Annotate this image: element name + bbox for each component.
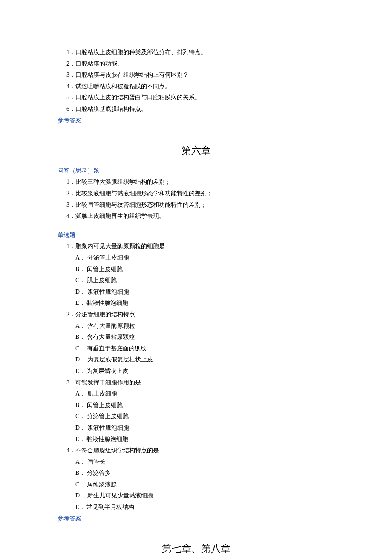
mcq-option: A． 肌上皮细胞	[58, 388, 334, 400]
document-page: 1．口腔粘膜上皮细胞的种类及部位分布、排列特点。 2．口腔粘膜的功能。 3．口腔…	[0, 0, 392, 555]
mcq-option: A． 闰管长	[58, 457, 334, 468]
mcq-option: B． 闰管上皮细胞	[58, 400, 334, 411]
mcq-option: B． 分泌管多	[58, 468, 334, 479]
mcq-option: B． 闰管上皮细胞	[58, 264, 334, 275]
mcq-question-3: 3．可能发挥干细胞作用的是 A． 肌上皮细胞 B． 闰管上皮细胞 C． 分泌管上…	[58, 377, 334, 445]
mcq-option: D． 浆液性腺泡细胞	[58, 286, 334, 298]
mcq-question-1: 1．胞浆内可见大量酶原颗粒的细胞是 A． 分泌管上皮细胞 B． 闰管上皮细胞 C…	[58, 241, 334, 309]
list-item: 4．涎腺上皮细胞再生的组织学表现。	[58, 211, 334, 222]
mcq-option: D． 新生儿可见少量黏液细胞	[58, 490, 334, 502]
list-item: 6．口腔粘膜基底膜结构特点。	[58, 104, 334, 115]
chapter-6-title: 第六章	[58, 142, 334, 160]
essay-section-header: 问答（思考）题	[58, 165, 334, 177]
list-item: 1．比较三种大涎腺组织学结构的差别；	[58, 176, 334, 188]
mcq-option: D． 浆液性腺泡细胞	[58, 422, 334, 434]
mcq-option: B． 含有大量粘原颗粒	[58, 332, 334, 343]
list-item: 5．口腔粘膜上皮的结构蛋白与口腔粘膜病的关系。	[58, 92, 334, 104]
chapter-7-8-title: 第七章、第八章	[58, 540, 334, 555]
list-item: 3．口腔粘膜与皮肤在组织学结构上有何区别？	[58, 69, 334, 81]
mcq-option: C． 分泌管上皮细胞	[58, 411, 334, 422]
mcq-option: C． 肌上皮细胞	[58, 275, 334, 286]
mcq-option: D． 为复层或假复层柱状上皮	[58, 354, 334, 366]
list-item: 2．比较浆液细胞与黏液细胞形态学和功能特性的差别；	[58, 188, 334, 199]
list-item: 4．试述咀嚼粘膜和被覆粘膜的不同点。	[58, 81, 334, 92]
answer-link[interactable]: 参考答案	[58, 117, 81, 124]
mcq-option: E． 黏液性腺泡细胞	[58, 298, 334, 309]
mcq-option: A． 含有大量酶原颗粒	[58, 321, 334, 332]
mcq-option: C． 有垂直于基底面的纵纹	[58, 343, 334, 355]
mcq-option: E． 为复层鳞状上皮	[58, 366, 334, 377]
list-item: 3．比较闰管细胞与纹管细胞形态和功能特性的差别；	[58, 199, 334, 211]
answer-link[interactable]: 参考答案	[58, 515, 81, 522]
mcq-stem: 3．可能发挥干细胞作用的是	[58, 377, 334, 389]
mcq-stem: 2．分泌管细胞的结构特点	[58, 309, 334, 321]
mcq-question-4: 4．不符合腮腺组织学结构特点的是 A． 闰管长 B． 分泌管多 C． 属纯浆液腺…	[58, 445, 334, 513]
mcq-question-2: 2．分泌管细胞的结构特点 A． 含有大量酶原颗粒 B． 含有大量粘原颗粒 C． …	[58, 309, 334, 377]
mcq-section-header: 单选题	[58, 230, 334, 241]
ch6-essay-list: 1．比较三种大涎腺组织学结构的差别； 2．比较浆液细胞与黏液细胞形态学和功能特性…	[58, 176, 334, 222]
list-item: 2．口腔粘膜的功能。	[58, 58, 334, 70]
mcq-option: E． 常见到半月板结构	[58, 502, 334, 513]
mcq-option: A． 分泌管上皮细胞	[58, 252, 334, 264]
ch5-question-list: 1．口腔粘膜上皮细胞的种类及部位分布、排列特点。 2．口腔粘膜的功能。 3．口腔…	[58, 47, 334, 115]
mcq-option: E． 黏液性腺泡细胞	[58, 434, 334, 445]
mcq-option: C． 属纯浆液腺	[58, 479, 334, 491]
mcq-stem: 4．不符合腮腺组织学结构特点的是	[58, 445, 334, 457]
mcq-stem: 1．胞浆内可见大量酶原颗粒的细胞是	[58, 241, 334, 252]
list-item: 1．口腔粘膜上皮细胞的种类及部位分布、排列特点。	[58, 47, 334, 58]
